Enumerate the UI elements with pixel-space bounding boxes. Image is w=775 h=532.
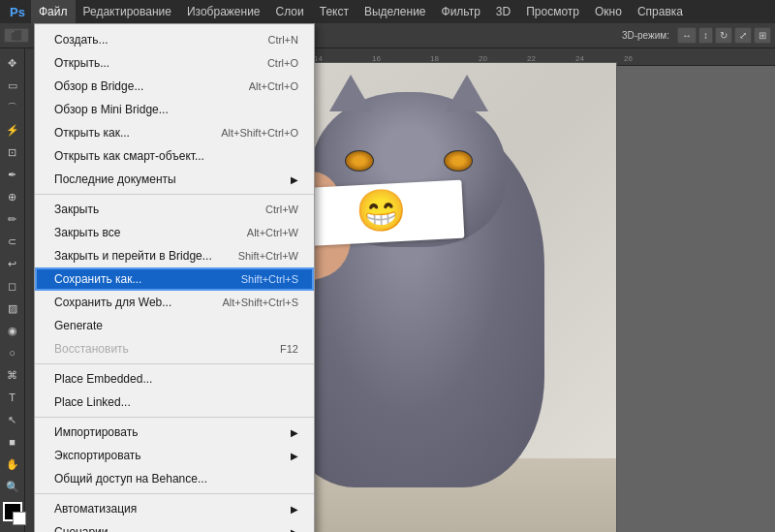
menu-item-open-smart[interactable]: Открыть как смарт-объект... [35, 144, 314, 168]
menu-view[interactable]: Просмотр [518, 0, 587, 23]
ps-logo: Ps [4, 0, 31, 23]
move-tool[interactable]: ✥ [2, 52, 23, 74]
menu-item-export[interactable]: Экспортировать ▶ [35, 444, 314, 467]
menu-file[interactable]: Файл [31, 0, 76, 23]
menu-item-place-embedded[interactable]: Place Embedded... [35, 367, 314, 391]
path-selection-tool[interactable]: ↖ [2, 409, 23, 430]
tool-option-1[interactable]: ⬛ [4, 28, 29, 43]
crop-tool[interactable]: ⊡ [2, 141, 23, 163]
menu-image[interactable]: Изображение [179, 0, 268, 23]
hand-tool[interactable]: ✋ [2, 454, 23, 475]
menu-item-close[interactable]: Закрыть Ctrl+W [35, 198, 314, 221]
shape-tool[interactable]: ■ [2, 431, 23, 453]
separator-1 [35, 194, 314, 195]
text-tool[interactable]: T [2, 387, 23, 408]
menu-item-import[interactable]: Импортировать ▶ [35, 421, 314, 444]
menu-item-generate[interactable]: Generate [35, 314, 314, 337]
menu-item-restore: Восстановить F12 [35, 337, 314, 360]
3d-option-1[interactable]: ↔ [677, 27, 697, 44]
healing-tool[interactable]: ⊕ [2, 186, 23, 207]
menu-item-open-as[interactable]: Открыть как... Alt+Shift+Ctrl+O [35, 121, 314, 144]
pen-tool[interactable]: ⌘ [2, 364, 23, 386]
3d-option-4[interactable]: ⤢ [734, 27, 752, 44]
3d-option-3[interactable]: ↻ [715, 27, 732, 44]
background-color[interactable] [13, 512, 26, 525]
separator-2 [35, 363, 314, 364]
menu-3d[interactable]: 3D [488, 0, 518, 23]
menu-item-mini-bridge[interactable]: Обзор в Mini Bridge... [35, 98, 314, 121]
file-dropdown-menu: Создать... Ctrl+N Открыть... Ctrl+O Обзо… [34, 23, 315, 532]
menu-item-close-bridge[interactable]: Закрыть и перейти в Bridge... Shift+Ctrl… [35, 244, 314, 267]
gradient-tool[interactable]: ▨ [2, 297, 23, 319]
brush-tool[interactable]: ✏ [2, 208, 23, 230]
menu-item-close-all[interactable]: Закрыть все Alt+Ctrl+W [35, 221, 314, 244]
menu-item-behance[interactable]: Общий доступ на Behance... [35, 467, 314, 490]
menu-item-create[interactable]: Создать... Ctrl+N [35, 28, 314, 51]
menu-item-recent[interactable]: Последние документы ▶ [35, 168, 314, 191]
paper-card: 😁 [297, 179, 465, 246]
foreground-color[interactable] [3, 502, 22, 521]
magic-wand-tool[interactable]: ⚡ [2, 119, 23, 141]
left-tool-panel: ✥ ▭ ⌒ ⚡ ⊡ ✒ ⊕ ✏ ⊂ ↩ ◻ ▨ ◉ ○ ⌘ T ↖ ■ ✋ 🔍 [0, 48, 25, 532]
menu-item-scripts[interactable]: Сценарии ▶ [35, 520, 314, 532]
menu-filter[interactable]: Фильтр [434, 0, 488, 23]
history-tool[interactable]: ↩ [2, 253, 23, 274]
selection-tool[interactable]: ▭ [2, 75, 23, 96]
menu-text[interactable]: Текст [312, 0, 356, 23]
cat-eye-left [345, 150, 374, 172]
cat-ear-right [446, 75, 488, 111]
cat-eye-right [444, 150, 473, 172]
zoom-tool[interactable]: 🔍 [2, 476, 23, 497]
menu-item-open[interactable]: Открыть... Ctrl+O [35, 51, 314, 75]
smile-drawing: 😁 [355, 189, 407, 233]
separator-3 [35, 417, 314, 418]
clone-tool[interactable]: ⊂ [2, 231, 23, 252]
menu-item-save-as[interactable]: Сохранить как... Shift+Ctrl+S [35, 267, 314, 291]
dodge-tool[interactable]: ○ [2, 342, 23, 363]
menu-item-place-linked[interactable]: Place Linked... [35, 391, 314, 414]
3d-mode-label: 3D-режим: [618, 30, 673, 41]
menu-window[interactable]: Окно [587, 0, 630, 23]
3d-option-5[interactable]: ⊞ [754, 27, 771, 44]
menu-edit[interactable]: Редактирование [76, 0, 179, 23]
3d-option-2[interactable]: ↕ [698, 27, 713, 44]
menu-item-save-web[interactable]: Сохранить для Web... Alt+Shift+Ctrl+S [35, 291, 314, 314]
menu-layers[interactable]: Слои [268, 0, 312, 23]
cat-ear-left [329, 75, 372, 111]
menu-bar: Ps Файл Редактирование Изображение Слои … [0, 0, 775, 23]
blur-tool[interactable]: ◉ [2, 320, 23, 341]
separator-4 [35, 493, 314, 494]
menu-item-bridge[interactable]: Обзор в Bridge... Alt+Ctrl+O [35, 75, 314, 98]
menu-help[interactable]: Справка [630, 0, 691, 23]
eraser-tool[interactable]: ◻ [2, 275, 23, 297]
lasso-tool[interactable]: ⌒ [2, 97, 23, 118]
eyedropper-tool[interactable]: ✒ [2, 164, 23, 185]
menu-select[interactable]: Выделение [356, 0, 434, 23]
menu-item-automate[interactable]: Автоматизация ▶ [35, 497, 314, 520]
